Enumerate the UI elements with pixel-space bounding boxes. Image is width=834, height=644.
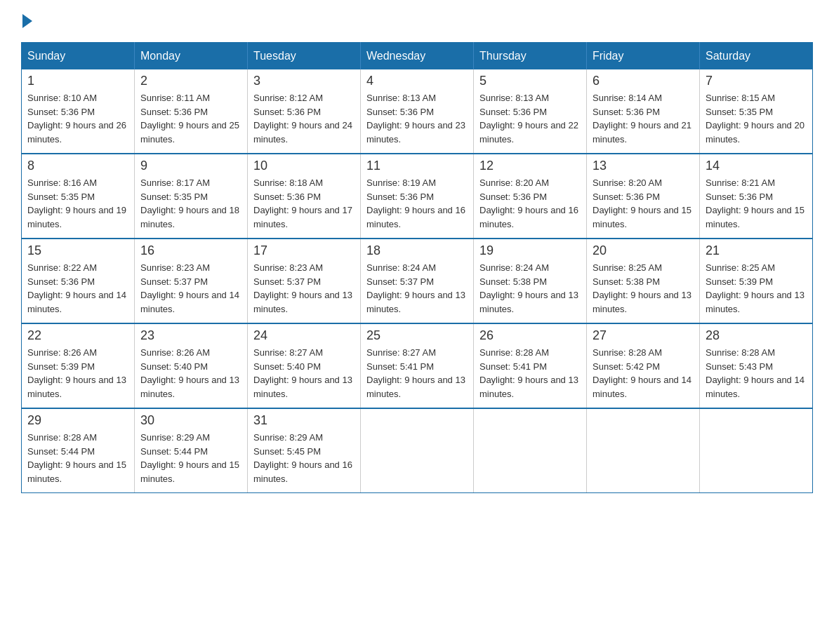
day-number: 26	[479, 328, 581, 343]
daylight-label: Daylight: 9 hours and 21 minutes.	[593, 120, 691, 145]
sunset-label: Sunset: 5:44 PM	[27, 446, 95, 457]
calendar-cell: 8 Sunrise: 8:16 AM Sunset: 5:35 PM Dayli…	[22, 154, 135, 239]
day-info: Sunrise: 8:19 AM Sunset: 5:36 PM Dayligh…	[366, 176, 468, 231]
sunset-label: Sunset: 5:40 PM	[140, 361, 208, 372]
sunrise-label: Sunrise: 8:14 AM	[593, 93, 662, 103]
calendar-cell: 9 Sunrise: 8:17 AM Sunset: 5:35 PM Dayli…	[135, 154, 248, 239]
calendar-cell: 1 Sunrise: 8:10 AM Sunset: 5:36 PM Dayli…	[22, 69, 135, 154]
sunset-label: Sunset: 5:40 PM	[253, 361, 321, 372]
sunrise-label: Sunrise: 8:28 AM	[27, 432, 97, 443]
calendar-week-row-5: 29 Sunrise: 8:28 AM Sunset: 5:44 PM Dayl…	[22, 408, 813, 493]
daylight-label: Daylight: 9 hours and 26 minutes.	[27, 120, 126, 145]
day-number: 12	[479, 159, 581, 173]
daylight-label: Daylight: 9 hours and 13 minutes.	[253, 375, 352, 399]
day-number: 8	[27, 159, 128, 173]
day-number: 25	[366, 328, 468, 343]
col-header-thursday: Thursday	[474, 43, 587, 70]
day-info: Sunrise: 8:12 AM Sunset: 5:36 PM Dayligh…	[253, 91, 355, 146]
sunrise-label: Sunrise: 8:17 AM	[140, 177, 210, 188]
day-number: 17	[253, 243, 355, 258]
calendar-week-row-2: 8 Sunrise: 8:16 AM Sunset: 5:35 PM Dayli…	[22, 154, 813, 239]
daylight-label: Daylight: 9 hours and 15 minutes.	[593, 205, 691, 229]
sunrise-label: Sunrise: 8:29 AM	[140, 432, 210, 443]
sunset-label: Sunset: 5:38 PM	[479, 276, 547, 287]
calendar-cell: 23 Sunrise: 8:26 AM Sunset: 5:40 PM Dayl…	[135, 323, 248, 408]
calendar-cell: 30 Sunrise: 8:29 AM Sunset: 5:44 PM Dayl…	[135, 408, 248, 493]
calendar-header-row: SundayMondayTuesdayWednesdayThursdayFrid…	[22, 43, 813, 70]
calendar-table: SundayMondayTuesdayWednesdayThursdayFrid…	[21, 42, 813, 493]
sunrise-label: Sunrise: 8:15 AM	[706, 93, 775, 103]
day-number: 19	[479, 243, 581, 258]
col-header-sunday: Sunday	[22, 43, 135, 70]
day-number: 28	[706, 328, 807, 343]
calendar-cell: 20 Sunrise: 8:25 AM Sunset: 5:38 PM Dayl…	[587, 239, 700, 323]
daylight-label: Daylight: 9 hours and 13 minutes.	[253, 290, 352, 314]
calendar-cell	[587, 408, 700, 493]
calendar-week-row-1: 1 Sunrise: 8:10 AM Sunset: 5:36 PM Dayli…	[22, 69, 813, 154]
day-info: Sunrise: 8:27 AM Sunset: 5:41 PM Dayligh…	[366, 346, 468, 401]
calendar-cell: 13 Sunrise: 8:20 AM Sunset: 5:36 PM Dayl…	[587, 154, 700, 239]
calendar-cell: 2 Sunrise: 8:11 AM Sunset: 5:36 PM Dayli…	[135, 69, 248, 154]
sunset-label: Sunset: 5:36 PM	[706, 192, 773, 202]
day-number: 3	[253, 74, 355, 88]
sunset-label: Sunset: 5:37 PM	[253, 276, 321, 287]
calendar-cell: 28 Sunrise: 8:28 AM Sunset: 5:43 PM Dayl…	[700, 323, 813, 408]
calendar-cell: 25 Sunrise: 8:27 AM Sunset: 5:41 PM Dayl…	[361, 323, 474, 408]
day-number: 31	[253, 413, 355, 428]
daylight-label: Daylight: 9 hours and 19 minutes.	[27, 205, 126, 229]
daylight-label: Daylight: 9 hours and 14 minutes.	[706, 375, 805, 399]
calendar-cell: 4 Sunrise: 8:13 AM Sunset: 5:36 PM Dayli…	[361, 69, 474, 154]
daylight-label: Daylight: 9 hours and 15 minutes.	[706, 205, 805, 229]
col-header-wednesday: Wednesday	[361, 43, 474, 70]
day-number: 14	[706, 159, 807, 173]
calendar-cell	[474, 408, 587, 493]
day-number: 21	[706, 243, 807, 258]
day-info: Sunrise: 8:26 AM Sunset: 5:39 PM Dayligh…	[27, 346, 128, 401]
calendar-cell: 21 Sunrise: 8:25 AM Sunset: 5:39 PM Dayl…	[700, 239, 813, 323]
calendar-cell: 14 Sunrise: 8:21 AM Sunset: 5:36 PM Dayl…	[700, 154, 813, 239]
calendar-cell: 16 Sunrise: 8:23 AM Sunset: 5:37 PM Dayl…	[135, 239, 248, 323]
calendar-cell: 19 Sunrise: 8:24 AM Sunset: 5:38 PM Dayl…	[474, 239, 587, 323]
day-info: Sunrise: 8:28 AM Sunset: 5:43 PM Dayligh…	[706, 346, 807, 401]
calendar-cell: 18 Sunrise: 8:24 AM Sunset: 5:37 PM Dayl…	[361, 239, 474, 323]
sunrise-label: Sunrise: 8:25 AM	[706, 262, 775, 273]
day-info: Sunrise: 8:25 AM Sunset: 5:38 PM Dayligh…	[593, 261, 694, 316]
logo-arrow-icon	[22, 14, 32, 28]
day-info: Sunrise: 8:21 AM Sunset: 5:36 PM Dayligh…	[706, 176, 807, 231]
sunset-label: Sunset: 5:36 PM	[253, 192, 321, 202]
calendar-cell: 24 Sunrise: 8:27 AM Sunset: 5:40 PM Dayl…	[248, 323, 361, 408]
calendar-cell: 3 Sunrise: 8:12 AM Sunset: 5:36 PM Dayli…	[248, 69, 361, 154]
sunrise-label: Sunrise: 8:11 AM	[140, 93, 210, 103]
day-number: 16	[140, 243, 241, 258]
day-info: Sunrise: 8:20 AM Sunset: 5:36 PM Dayligh…	[593, 176, 694, 231]
sunset-label: Sunset: 5:43 PM	[706, 361, 773, 372]
sunset-label: Sunset: 5:36 PM	[593, 192, 660, 202]
day-info: Sunrise: 8:24 AM Sunset: 5:37 PM Dayligh…	[366, 261, 468, 316]
daylight-label: Daylight: 9 hours and 13 minutes.	[706, 290, 805, 314]
calendar-cell: 12 Sunrise: 8:20 AM Sunset: 5:36 PM Dayl…	[474, 154, 587, 239]
daylight-label: Daylight: 9 hours and 20 minutes.	[706, 120, 805, 145]
daylight-label: Daylight: 9 hours and 17 minutes.	[253, 205, 352, 229]
col-header-tuesday: Tuesday	[248, 43, 361, 70]
sunset-label: Sunset: 5:36 PM	[27, 107, 95, 117]
sunrise-label: Sunrise: 8:27 AM	[253, 347, 323, 358]
day-number: 29	[27, 413, 128, 428]
day-info: Sunrise: 8:10 AM Sunset: 5:36 PM Dayligh…	[27, 91, 128, 146]
day-number: 15	[27, 243, 128, 258]
sunset-label: Sunset: 5:42 PM	[593, 361, 660, 372]
day-number: 22	[27, 328, 128, 343]
sunset-label: Sunset: 5:39 PM	[27, 361, 95, 372]
sunrise-label: Sunrise: 8:25 AM	[593, 262, 662, 273]
day-info: Sunrise: 8:11 AM Sunset: 5:36 PM Dayligh…	[140, 91, 241, 146]
sunrise-label: Sunrise: 8:20 AM	[479, 177, 549, 188]
day-info: Sunrise: 8:28 AM Sunset: 5:42 PM Dayligh…	[593, 346, 694, 401]
day-number: 7	[706, 74, 807, 88]
calendar-cell: 7 Sunrise: 8:15 AM Sunset: 5:35 PM Dayli…	[700, 69, 813, 154]
sunset-label: Sunset: 5:36 PM	[593, 107, 660, 117]
sunrise-label: Sunrise: 8:20 AM	[593, 177, 662, 188]
sunset-label: Sunset: 5:36 PM	[253, 107, 321, 117]
calendar-week-row-4: 22 Sunrise: 8:26 AM Sunset: 5:39 PM Dayl…	[22, 323, 813, 408]
sunrise-label: Sunrise: 8:10 AM	[27, 93, 97, 103]
day-info: Sunrise: 8:18 AM Sunset: 5:36 PM Dayligh…	[253, 176, 355, 231]
day-info: Sunrise: 8:29 AM Sunset: 5:45 PM Dayligh…	[253, 431, 355, 485]
